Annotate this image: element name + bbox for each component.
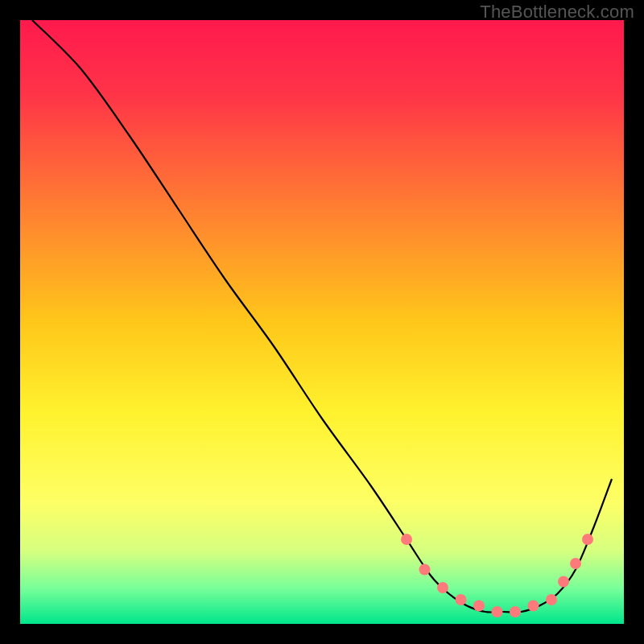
- bottleneck-chart: [0, 0, 644, 644]
- curve-marker: [456, 594, 467, 605]
- curve-marker: [401, 534, 412, 545]
- curve-marker: [437, 582, 448, 593]
- curve-marker: [473, 601, 485, 612]
- curve-marker: [558, 576, 569, 588]
- curve-marker: [492, 606, 503, 617]
- curve-marker: [570, 558, 581, 569]
- curve-marker: [546, 594, 557, 605]
- curve-marker: [582, 534, 593, 545]
- curve-marker: [419, 564, 431, 576]
- gradient-background: [20, 20, 624, 624]
- watermark-text: TheBottleneck.com: [480, 2, 634, 23]
- curve-marker: [510, 606, 521, 617]
- curve-marker: [528, 601, 539, 612]
